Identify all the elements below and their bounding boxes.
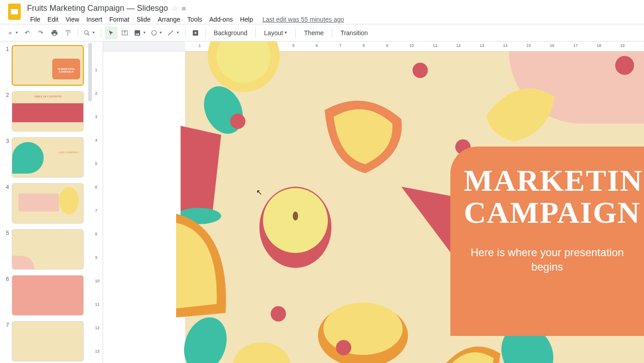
slides-app-icon[interactable] [5, 3, 23, 21]
ruler-tick: 1 [95, 68, 97, 72]
ruler-tick: 12 [95, 326, 100, 330]
horizontal-ruler: 1234567891011121314151617181920 [103, 41, 644, 51]
cherry-icon [413, 63, 428, 78]
slide-thumb-4[interactable]: 4 [4, 183, 87, 224]
ruler-tick: 14 [503, 43, 508, 48]
new-slide-button[interactable]: ＋▼ [5, 27, 20, 39]
menu-bar: File Edit View Insert Format Slide Arran… [27, 13, 639, 24]
svg-point-21 [181, 313, 230, 363]
svg-point-18 [293, 211, 298, 221]
ruler-tick: 18 [597, 43, 601, 48]
filmstrip[interactable]: 1 MARKETING CAMPAIGN 2 TABLE OF CONTENTS… [0, 41, 93, 363]
slide-title: MARKETING CAMPAIGN [464, 165, 630, 229]
slide-thumb-3[interactable]: 3 OUR COMPANY [4, 137, 87, 178]
menu-file[interactable]: File [27, 15, 44, 24]
ruler-tick: 8 [95, 232, 97, 236]
star-icon[interactable]: ☆ [172, 4, 178, 13]
textbox-tool[interactable] [118, 27, 131, 39]
move-folder-icon[interactable]: ■ [181, 5, 186, 13]
slide-canvas[interactable]: MARKETING CAMPAIGN Here is where your pr… [185, 51, 644, 363]
ruler-tick: 19 [620, 43, 625, 48]
separator [295, 28, 296, 38]
slide-thumb-7[interactable]: 7 [4, 321, 87, 362]
ruler-tick: 17 [573, 43, 578, 48]
slide-subtitle: Here is where your presentation begins [464, 245, 630, 275]
orange-slice-icon [176, 214, 239, 322]
ruler-tick: 8 [363, 43, 365, 48]
toolbar: ＋▼ ↶ ↷ ▼ ▼ ▼ ▼ Background Layout ▼ Theme… [0, 24, 644, 41]
canvas-area: 1234567891011121314151617181920 [103, 41, 644, 363]
layout-button[interactable]: Layout ▼ [259, 27, 292, 39]
svg-point-20 [323, 303, 403, 355]
line-tool[interactable]: ▼ [165, 27, 181, 39]
ruler-tick: 9 [95, 255, 97, 260]
slide-thumb-6[interactable]: 6 [4, 275, 87, 316]
menu-arrange[interactable]: Arrange [154, 15, 183, 24]
image-tool[interactable]: ▼ [132, 27, 148, 39]
slide-thumb-5[interactable]: 5 [4, 229, 87, 270]
transition-button[interactable]: Transition [336, 27, 372, 39]
ruler-tick: 7 [339, 43, 341, 48]
ruler-tick: 1 [199, 43, 201, 48]
peach-icon [230, 340, 293, 363]
ruler-tick: 11 [433, 43, 437, 48]
last-edit-link[interactable]: Last edit was 55 minutes ago [263, 16, 344, 23]
separator [101, 28, 101, 38]
ruler-tick: 5 [292, 43, 295, 48]
cherry-icon [336, 340, 351, 355]
svg-line-3 [88, 33, 90, 35]
mouse-cursor-icon: ↖ [256, 188, 262, 197]
ruler-tick: 2 [95, 91, 97, 96]
cherry-icon [230, 114, 245, 129]
svg-rect-1 [11, 9, 18, 14]
ruler-tick: 12 [456, 43, 461, 48]
menu-view[interactable]: View [63, 15, 82, 24]
paint-format-button[interactable] [62, 27, 74, 39]
slide-thumb-1[interactable]: 1 MARKETING CAMPAIGN [4, 45, 87, 86]
print-button[interactable] [48, 27, 61, 39]
peach-slice-icon [311, 92, 415, 182]
slide-thumb-2[interactable]: 2 TABLE OF CONTENTS [4, 91, 87, 132]
main-area: 1 MARKETING CAMPAIGN 2 TABLE OF CONTENTS… [0, 41, 644, 363]
comment-button[interactable] [189, 27, 202, 39]
document-title[interactable]: Fruits Marketing Campaign — Slidesgo [27, 4, 168, 13]
menu-insert[interactable]: Insert [83, 15, 105, 24]
menu-help[interactable]: Help [237, 15, 256, 24]
zoom-button[interactable]: ▼ [82, 27, 97, 39]
ruler-tick: 13 [95, 349, 100, 354]
separator [332, 28, 332, 38]
filmstrip-scrollbar[interactable] [88, 43, 92, 101]
ruler-tick: 9 [386, 43, 388, 48]
title-row: Fruits Marketing Campaign — Slidesgo ☆ ■ [27, 3, 639, 13]
menu-format[interactable]: Format [106, 15, 132, 24]
menu-edit[interactable]: Edit [45, 15, 62, 24]
menu-slide[interactable]: Slide [133, 15, 154, 24]
menu-tools[interactable]: Tools [184, 15, 205, 24]
apple-half-icon [257, 178, 334, 268]
ruler-tick: 6 [316, 43, 318, 48]
background-button[interactable]: Background [209, 27, 252, 39]
ruler-tick: 16 [550, 43, 554, 48]
melon-slice-icon [482, 78, 559, 146]
ruler-tick: 11 [95, 302, 100, 307]
cherry-icon [271, 306, 286, 322]
theme-button[interactable]: Theme [299, 27, 328, 39]
separator [205, 28, 206, 38]
separator [185, 28, 186, 38]
ruler-tick: 7 [95, 208, 97, 213]
ruler-tick: 15 [526, 43, 531, 48]
separator [78, 28, 78, 38]
svg-point-7 [152, 30, 157, 35]
title-box[interactable]: MARKETING CAMPAIGN Here is where your pr… [450, 147, 644, 336]
select-tool[interactable] [105, 27, 118, 39]
leaf-icon [181, 313, 230, 363]
menu-addons[interactable]: Add-ons [206, 15, 236, 24]
undo-button[interactable]: ↶ [21, 27, 34, 39]
vertical-ruler: 12345678910111213 [93, 41, 103, 363]
redo-button[interactable]: ↷ [35, 27, 47, 39]
header-bar: Fruits Marketing Campaign — Slidesgo ☆ ■… [0, 0, 644, 24]
cherry-icon [615, 56, 634, 75]
shape-tool[interactable]: ▼ [149, 27, 164, 39]
ruler-tick: 6 [95, 185, 97, 189]
ruler-tick: 5 [95, 161, 97, 166]
